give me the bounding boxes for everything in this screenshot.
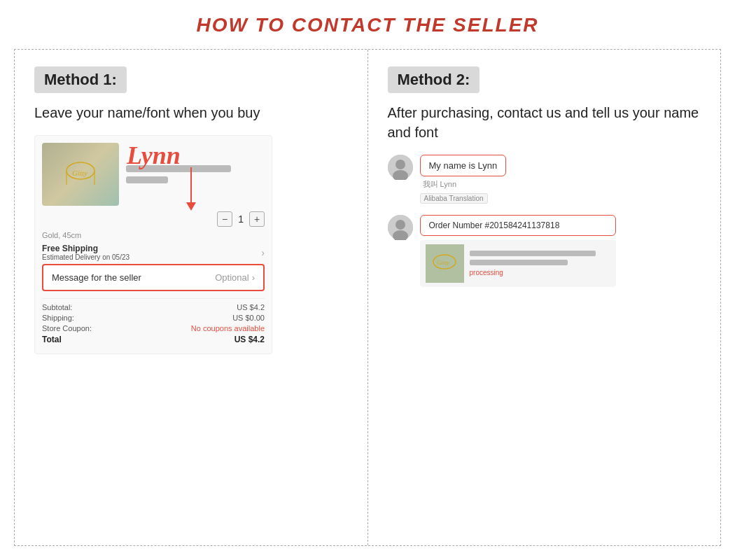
message-optional: Optional ›	[215, 272, 255, 283]
qty-increase-button[interactable]: +	[249, 211, 265, 227]
qty-decrease-button[interactable]: −	[217, 211, 232, 227]
arrow-head	[186, 202, 196, 211]
shipping-label: Free Shipping	[42, 244, 130, 253]
total-row: Total US $4.2	[42, 335, 265, 344]
coupon-label: Store Coupon:	[42, 324, 92, 332]
subtotal-label: Subtotal:	[42, 303, 72, 312]
shipping-row: Free Shipping Estimated Delivery on 05/2…	[42, 244, 265, 261]
method2-badge: Method 2:	[388, 66, 480, 93]
arrow-down-icon	[186, 167, 196, 211]
shipping-cost-row: Shipping: US $0.00	[42, 314, 265, 322]
product-price-blur	[126, 176, 168, 183]
method2-panel: Method 2: After purchasing, contact us a…	[368, 50, 721, 545]
message-label: Message for the seller	[52, 272, 141, 283]
order-blur-1	[470, 251, 596, 256]
order-row: Order Number #201584241137818 Gitty	[388, 215, 701, 287]
quantity-value: 1	[238, 214, 244, 225]
method2-description: After purchasing, contact us and tell us…	[388, 103, 701, 142]
svg-text:Gitty: Gitty	[72, 169, 88, 177]
method1-badge: Method 1:	[34, 66, 127, 93]
order-blur-2	[470, 260, 568, 265]
necklace-icon: Gitty	[59, 153, 102, 195]
message-for-seller-box[interactable]: Message for the seller Optional ›	[42, 264, 265, 291]
translation-badge: Alibaba Translation	[420, 193, 488, 204]
svg-point-5	[396, 160, 405, 169]
product-image-inner: Gitty	[42, 143, 119, 206]
methods-container: Method 1: Leave your name/font when you …	[14, 49, 721, 546]
chat-screenshot: My name is Lynn 我叫 Lynn Alibaba Translat…	[388, 155, 701, 287]
chat-row-1: My name is Lynn 我叫 Lynn Alibaba Translat…	[388, 155, 701, 204]
shipping-cost-label: Shipping:	[42, 314, 74, 322]
total-label: Total	[42, 335, 62, 344]
order-product-image: Gitty	[426, 244, 464, 283]
avatar-icon-2	[388, 215, 413, 240]
arrow-line	[190, 167, 192, 202]
product-image: Gitty	[42, 143, 119, 206]
subtotal-row: Subtotal: US $4.2	[42, 303, 265, 312]
order-status: processing	[470, 269, 610, 276]
quantity-row: − 1 +	[42, 211, 265, 227]
chat-translation: 我叫 Lynn	[420, 179, 701, 190]
avatar-1	[388, 155, 413, 180]
message-arrow-icon: ›	[252, 272, 255, 283]
product-variant: Gold, 45cm	[42, 231, 265, 239]
coupon-value: No coupons available	[191, 324, 265, 332]
order-number-bubble: Order Number #201584241137818	[420, 215, 616, 236]
total-value: US $4.2	[234, 335, 265, 344]
shipping-arrow-icon: ›	[261, 247, 265, 258]
method1-description: Leave your name/font when you buy	[34, 103, 348, 122]
chat-message-1: My name is Lynn	[420, 155, 507, 176]
order-necklace-icon: Gitty	[426, 244, 464, 283]
avatar-2	[388, 215, 413, 240]
totals-section: Subtotal: US $4.2 Shipping: US $0.00 Sto…	[42, 298, 265, 344]
lynn-text-label: Lynn	[127, 141, 181, 170]
method1-panel: Method 1: Leave your name/font when you …	[15, 50, 368, 545]
page-title: HOW TO CONTACT THE SELLER	[196, 14, 538, 36]
coupon-row: Store Coupon: No coupons available	[42, 324, 265, 332]
chat-bubble-area-1: My name is Lynn 我叫 Lynn Alibaba Translat…	[420, 155, 701, 204]
shipping-cost-value: US $0.00	[232, 314, 265, 322]
svg-text:Gitty: Gitty	[437, 259, 449, 266]
svg-point-8	[396, 220, 405, 230]
order-product-info: processing	[470, 251, 610, 276]
shipping-sublabel: Estimated Delivery on 05/23	[42, 253, 130, 261]
avatar-icon-1	[388, 155, 413, 180]
order-product-card: Gitty processing	[420, 240, 616, 287]
subtotal-value: US $4.2	[237, 303, 265, 312]
order-bubble-area: Order Number #201584241137818 Gitty	[420, 215, 616, 287]
shipping-info: Free Shipping Estimated Delivery on 05/2…	[42, 244, 130, 261]
